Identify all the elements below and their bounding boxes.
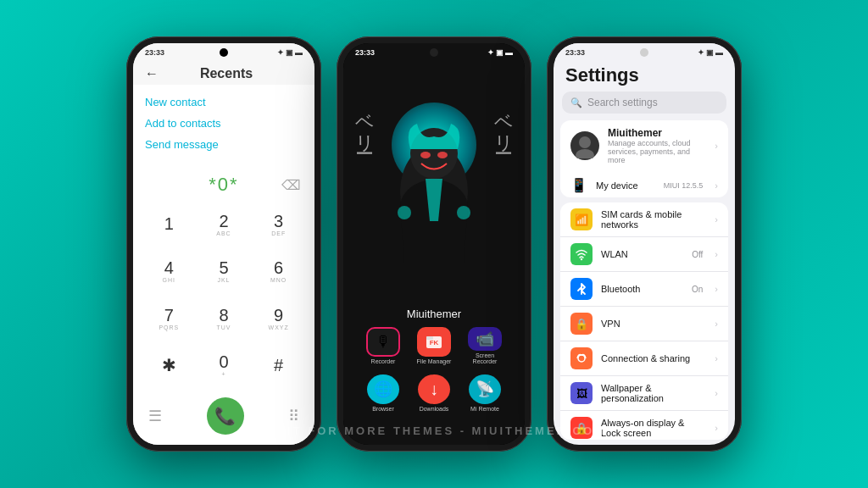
home-wallpaper: ベリー xyxy=(343,43,525,445)
user-desc: Manage accounts, cloud services, payment… xyxy=(608,139,703,164)
call-button[interactable]: 📞 xyxy=(207,397,244,435)
phone-dialer-screen: 23:33 ✦ ▣ ▬ ← Recents New contact Add to… xyxy=(133,43,314,445)
settings-row-sim[interactable]: 📶 SIM cards & mobile networks › xyxy=(560,202,728,237)
status-time-1: 23:33 xyxy=(145,48,164,57)
menu-icon[interactable]: ☰ xyxy=(148,407,162,425)
app-recorder[interactable]: 🎙 Recorder xyxy=(364,327,402,364)
connection-icon xyxy=(570,347,593,369)
status-time-2: 23:33 xyxy=(355,48,375,57)
signal-icon: ▣ xyxy=(286,48,293,57)
dialer-header: ← Recents xyxy=(133,59,314,85)
status-icons-2: ✦ ▣ ▬ xyxy=(487,48,513,57)
keypad: 1 2 ABC 3 DEF 4 GHI 5 JKL xyxy=(133,201,314,392)
lockscreen-text: Always-on display & Lock screen xyxy=(601,418,703,438)
svg-point-9 xyxy=(579,136,591,148)
bt-icon-3: ✦ xyxy=(698,48,704,57)
wallpaper-icon: 🖼 xyxy=(570,382,593,404)
key-2[interactable]: 2 ABC xyxy=(197,201,252,248)
phone-settings: 23:33 ✦ ▣ ▬ Settings 🔍 Search settings xyxy=(547,36,742,452)
svg-point-3 xyxy=(437,152,448,158)
avatar-svg xyxy=(572,133,598,158)
jp-text-right: ベリー xyxy=(494,101,513,143)
app-row-2: 🌐 Browser ↓ Downloads 📡 Mi Remote xyxy=(364,374,504,412)
app-screen-recorder[interactable]: 📹 Screen Recorder xyxy=(466,327,504,364)
device-row[interactable]: 📱 My device MIUI 12.5.5 › xyxy=(560,171,728,197)
wallpaper-chevron: › xyxy=(715,388,718,398)
phone-home: 23:33 ✦ ▣ ▬ ベリー xyxy=(337,36,531,452)
backspace-icon[interactable]: ⌫ xyxy=(281,177,301,193)
sim-chevron: › xyxy=(715,214,718,225)
status-time-3: 23:33 xyxy=(565,48,585,57)
signal-icon-2: ▣ xyxy=(496,48,504,57)
wallpaper-text: Wallpaper & personalization xyxy=(601,383,703,403)
user-avatar xyxy=(570,131,599,160)
back-arrow-icon[interactable]: ← xyxy=(145,66,159,81)
vpn-icon: 🔒 xyxy=(570,313,593,335)
connection-text: Connection & sharing xyxy=(601,353,703,363)
settings-row-wallpaper[interactable]: 🖼 Wallpaper & personalization › xyxy=(560,376,728,411)
miuithemer-label: Miuithemer xyxy=(407,308,461,320)
key-0[interactable]: 0 + xyxy=(197,342,252,390)
svg-text:FK: FK xyxy=(430,339,439,347)
settings-row-wlan[interactable]: WLAN Off › xyxy=(560,237,728,272)
user-name: Miuithemer xyxy=(608,127,703,139)
wlan-chevron: › xyxy=(715,249,718,259)
user-row[interactable]: Miuithemer Manage accounts, cloud servic… xyxy=(560,120,728,171)
add-to-contacts-link[interactable]: Add to contacts xyxy=(145,113,303,134)
device-label: My device xyxy=(596,180,655,191)
user-card[interactable]: Miuithemer Manage accounts, cloud servic… xyxy=(560,120,728,197)
camera-hole-2 xyxy=(430,48,438,57)
phone-dialer: 23:33 ✦ ▣ ▬ ← Recents New contact Add to… xyxy=(126,36,321,452)
search-placeholder: Search settings xyxy=(587,97,658,108)
app-row-1: 🎙 Recorder FK File Manager xyxy=(364,327,504,364)
bt-icon: ✦ xyxy=(277,48,284,57)
svg-point-4 xyxy=(398,206,411,219)
connection-chevron: › xyxy=(715,353,718,363)
chevron-icon: › xyxy=(715,141,718,151)
settings-search-bar[interactable]: 🔍 Search settings xyxy=(562,92,726,114)
key-hash[interactable]: # xyxy=(251,342,306,390)
battery-icon-3: ▬ xyxy=(715,48,723,57)
app-file-manager[interactable]: FK File Manager xyxy=(415,327,453,364)
camera-hole xyxy=(220,48,228,57)
key-6[interactable]: 6 MNO xyxy=(251,248,306,296)
key-star[interactable]: ✱ xyxy=(142,342,197,390)
device-value: MIUI 12.5.5 xyxy=(664,181,704,190)
app-mi-remote[interactable]: 📡 Mi Remote xyxy=(466,374,504,412)
key-1[interactable]: 1 xyxy=(142,201,197,248)
device-icon: 📱 xyxy=(570,177,587,193)
phones-container: 23:33 ✦ ▣ ▬ ← Recents New contact Add to… xyxy=(118,28,750,460)
connection-svg xyxy=(575,352,588,365)
wlan-text: WLAN xyxy=(601,249,683,259)
key-9[interactable]: 9 WXYZ xyxy=(251,295,306,342)
bluetooth-icon xyxy=(570,278,593,300)
settings-row-bluetooth[interactable]: Bluetooth On › xyxy=(560,272,728,307)
battery-icon: ▬ xyxy=(295,48,303,57)
app-downloads[interactable]: ↓ Downloads xyxy=(415,374,453,412)
key-3[interactable]: 3 DEF xyxy=(251,201,306,248)
wallpaper-label: Wallpaper & personalization xyxy=(601,383,703,403)
dial-display: *0* ⌫ xyxy=(133,162,314,201)
send-message-link[interactable]: Send message xyxy=(145,134,303,155)
sim-icon: 📶 xyxy=(570,208,593,230)
settings-row-connection[interactable]: Connection & sharing › xyxy=(560,341,728,376)
sim-label: SIM cards & mobile networks xyxy=(601,209,703,230)
key-8[interactable]: 8 TUV xyxy=(197,295,252,342)
key-4[interactable]: 4 GHI xyxy=(142,248,197,296)
bluetooth-chevron: › xyxy=(715,284,718,294)
new-contact-link[interactable]: New contact xyxy=(145,92,303,113)
phone-home-screen: 23:33 ✦ ▣ ▬ ベリー xyxy=(343,43,525,445)
bluetooth-label: Bluetooth xyxy=(601,284,683,294)
vpn-chevron: › xyxy=(715,319,718,329)
app-browser[interactable]: 🌐 Browser xyxy=(364,374,402,412)
phone-settings-screen: 23:33 ✦ ▣ ▬ Settings 🔍 Search settings xyxy=(554,43,735,445)
bt-svg xyxy=(576,282,587,296)
recents-actions: New contact Add to contacts Send message xyxy=(133,85,314,162)
key-7[interactable]: 7 PQRS xyxy=(142,295,197,342)
svg-point-12 xyxy=(578,355,585,362)
key-5[interactable]: 5 JKL xyxy=(197,248,252,296)
svg-point-10 xyxy=(576,149,594,158)
lockscreen-chevron: › xyxy=(715,423,718,433)
dialpad-icon[interactable]: ⠿ xyxy=(288,407,299,425)
settings-row-vpn[interactable]: 🔒 VPN › xyxy=(560,307,728,341)
